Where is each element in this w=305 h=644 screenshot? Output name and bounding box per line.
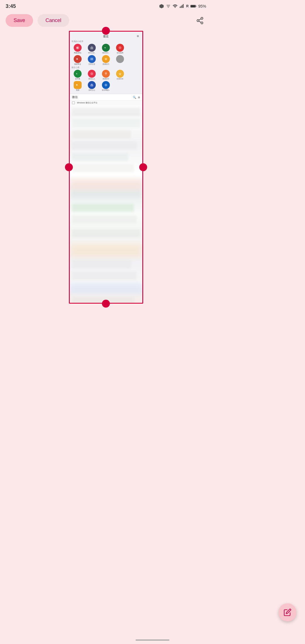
svg-line-11: [199, 19, 201, 20]
app-label: 菜买心人: [88, 78, 95, 80]
app-icon: [88, 44, 96, 52]
crop-frame: 最近 ⊕ 常用的小程序 网 网易游戏+: [69, 31, 143, 304]
notification-icon: [166, 4, 171, 9]
svg-text:G: G: [76, 73, 77, 75]
app-label: 网易游戏+: [74, 52, 82, 54]
share-icon: [196, 17, 204, 25]
screenshot-title: 最近: [103, 34, 109, 38]
svg-rect-17: [90, 58, 93, 60]
cancel-button[interactable]: Cancel: [38, 14, 69, 27]
list-item: MiHoYoff...: [85, 44, 98, 54]
svg-text:N: N: [104, 47, 106, 49]
svg-rect-23: [90, 84, 93, 86]
app-label: 钱堂帮去: [74, 63, 81, 65]
list-item: [114, 55, 127, 65]
blurred-chat-content: [70, 105, 142, 303]
app-grid-row4: 美 美团 没时公心 轻功粤路+: [71, 81, 141, 91]
app-icon: 钱: [74, 55, 82, 63]
handle-left[interactable]: [65, 163, 73, 171]
app-icon: [116, 70, 124, 78]
app-icon: [88, 81, 96, 89]
handle-bottom[interactable]: [102, 300, 110, 308]
app-grid-row2: 钱 钱堂帮去 文件公交 洗澡出行: [71, 55, 141, 65]
app-label: 出发水水: [117, 78, 123, 80]
wechat-add-icon: ⊕: [138, 96, 140, 99]
list-item: 轻功粤路+: [99, 81, 112, 91]
svg-rect-5: [196, 6, 196, 7]
screenshot-top-section: 最近 ⊕ 常用的小程序 网 网易游戏+: [70, 32, 142, 94]
app-label: 没时公心: [88, 89, 95, 91]
svg-text:网: 网: [77, 47, 78, 49]
svg-text:钱: 钱: [76, 58, 78, 60]
list-item: G 金牛角: [71, 70, 84, 80]
share-button[interactable]: [194, 14, 206, 27]
svg-rect-3: [183, 4, 184, 8]
svg-point-20: [90, 72, 93, 75]
app-label: 轻功粤路+: [102, 89, 110, 91]
svg-point-15: [119, 46, 121, 49]
screenshot-search-icon: ⊕: [137, 34, 140, 38]
wechat-title: 微信: [72, 95, 78, 99]
svg-rect-2: [182, 5, 182, 8]
wifi-icon: [173, 4, 178, 9]
app-icon: [88, 55, 96, 63]
list-item: 网 网易游戏+: [71, 44, 84, 54]
layers-icon: [159, 4, 164, 9]
app-icon: 网: [74, 44, 82, 52]
list-item: 洗澡出行: [99, 55, 112, 65]
list-item: 没时公心: [85, 81, 98, 91]
wechat-section: 微信 🔍 ⊕ Windows 微信公众平台: [70, 94, 142, 105]
list-item: 菜买心人: [85, 70, 98, 80]
list-item: N NESTEA...: [99, 44, 112, 54]
svg-point-21: [105, 72, 107, 74]
app-icon: [116, 44, 124, 52]
app-label: NESTEA...: [102, 52, 110, 54]
wechat-header: 微信 🔍 ⊕: [70, 94, 142, 101]
app-icon: N: [102, 44, 110, 52]
list-item: 文件公交: [85, 55, 98, 65]
app-icon: [102, 70, 110, 78]
crop-container: 最近 ⊕ 常用的小程序 网 网易游戏+: [69, 31, 143, 304]
handle-right[interactable]: [139, 163, 147, 171]
app-label: 洗澡出行: [103, 78, 109, 80]
app-label: MiHoYoff...: [88, 52, 96, 54]
screenshot-content: 最近 ⊕ 常用的小程序 网 网易游戏+: [70, 32, 142, 303]
svg-rect-24: [91, 84, 93, 85]
status-time: 3:45: [6, 3, 16, 9]
wechat-header-icons: 🔍 ⊕: [133, 96, 140, 99]
svg-rect-0: [180, 7, 180, 8]
handle-top[interactable]: [102, 27, 110, 35]
app-icon: [102, 55, 110, 63]
svg-line-10: [199, 21, 201, 22]
app-icon: G: [74, 70, 82, 78]
app-label: 美团: [76, 89, 79, 91]
svg-rect-1: [181, 6, 182, 8]
app-grid-row3: G 金牛角 菜买心人 洗澡出行: [71, 70, 141, 80]
app-grid-row1: 网 网易游戏+ MiHoYoff... N NEST: [71, 44, 141, 54]
wechat-tab-icon: [72, 101, 75, 104]
list-item: [128, 44, 141, 54]
battery-text: 95%: [198, 4, 206, 8]
app-icon: [88, 70, 96, 78]
wechat-search-icon: 🔍: [133, 96, 136, 99]
app-label: 文件公交: [88, 63, 95, 65]
signal-icon: [179, 4, 184, 9]
section1-label: 常用的小程序: [71, 40, 141, 43]
app-label: 交互指类: [117, 52, 123, 54]
app-label: 金牛角: [75, 78, 80, 80]
status-icons: R 95%: [159, 4, 206, 9]
list-item: 交互指类: [114, 44, 127, 54]
list-item: 美 美团: [71, 81, 84, 91]
wechat-tab-label: Windows 微信公众平台: [77, 102, 97, 104]
app-label: 洗澡出行: [103, 63, 109, 65]
app-icon: 美: [74, 81, 82, 89]
roaming-badge: R: [186, 4, 189, 8]
save-button[interactable]: Save: [6, 14, 33, 27]
app-icon: [116, 55, 124, 63]
battery-icon: [190, 4, 197, 8]
section2-label: 最近心愿: [71, 66, 141, 69]
list-item: 钱 钱堂帮去: [71, 55, 84, 65]
status-bar: 3:45 R 95%: [0, 0, 212, 11]
svg-point-18: [105, 58, 107, 60]
svg-text:美: 美: [76, 84, 78, 86]
